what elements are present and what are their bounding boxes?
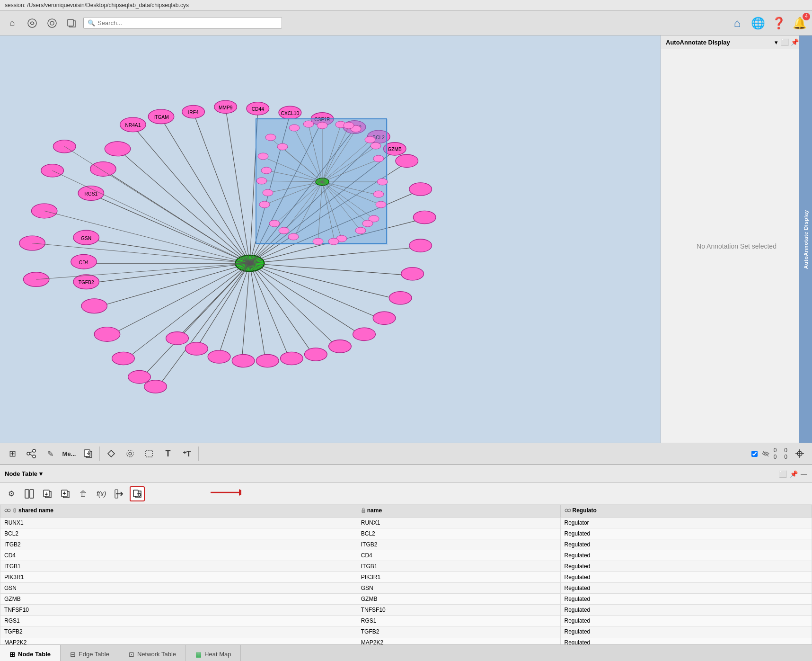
svg-point-2 <box>50 21 54 25</box>
grid-view-icon[interactable]: ⊞ <box>4 445 21 462</box>
node-table-title[interactable]: Node Table ▾ <box>5 470 43 477</box>
tab-node-table[interactable]: ⊞ Node Table <box>0 645 61 661</box>
svg-text:GZMB: GZMB <box>388 147 402 152</box>
table-row[interactable]: ITGB1 ITGB1 Regulated <box>0 561 812 572</box>
export-highlighted-icon[interactable] <box>130 486 145 501</box>
table-row[interactable]: GZMB GZMB Regulated <box>0 594 812 605</box>
settings-icon[interactable]: ⚙ <box>4 486 19 501</box>
svg-point-138 <box>256 178 267 184</box>
network-panel[interactable]: NR4A1 ITGAM IRF4 MMP9 CD44 CXCL10 CSF1R … <box>0 36 661 443</box>
svg-point-155 <box>279 227 289 234</box>
cell-name: MAP2K2 <box>357 637 560 645</box>
svg-point-89 <box>94 327 120 342</box>
node-table-dropdown-icon[interactable]: ▾ <box>39 470 43 477</box>
edit-icon[interactable]: ✎ <box>42 445 59 462</box>
export-table-icon[interactable] <box>58 486 73 501</box>
columns-icon[interactable] <box>22 486 37 501</box>
cell-regulator: Regulated <box>560 626 812 637</box>
diamond-select-icon[interactable] <box>103 445 120 462</box>
svg-marker-183 <box>239 489 241 496</box>
svg-point-154 <box>263 189 273 196</box>
edge-table-tab-icon: ⊟ <box>70 651 76 658</box>
import-arrow-icon[interactable] <box>112 486 127 501</box>
node-table-wrapper[interactable]: shared name name Regulato <box>0 505 812 644</box>
home-icon[interactable]: ⌂ <box>4 15 21 32</box>
svg-rect-177 <box>30 490 34 498</box>
svg-point-78 <box>166 332 189 345</box>
tab-network-table[interactable]: ⊡ Network Table <box>119 645 186 661</box>
svg-point-87 <box>81 299 107 313</box>
cell-name: RGS1 <box>357 616 560 626</box>
svg-rect-170 <box>146 450 152 457</box>
svg-point-135 <box>289 125 300 131</box>
nt-pin-icon[interactable]: 📌 <box>790 470 798 478</box>
cell-regulator: Regulated <box>560 550 812 561</box>
node-table-header-icons: ⬜ 📌 — <box>779 470 807 478</box>
autoannotate-dropdown-icon[interactable]: ▾ <box>775 39 778 46</box>
svg-point-75 <box>232 354 255 367</box>
import-icon[interactable] <box>40 486 55 501</box>
title-bar: session: /Users/veroniquevoisin/Desktop/… <box>0 0 812 11</box>
table-row[interactable]: TNFSF10 TNFSF10 Regulated <box>0 605 812 616</box>
table-row[interactable]: RGS1 RGS1 Regulated <box>0 616 812 626</box>
crosshair-icon[interactable] <box>791 445 808 462</box>
show-details-icon[interactable] <box>44 15 61 32</box>
cell-name: GSN <box>357 583 560 594</box>
radial-select-icon[interactable] <box>122 445 139 462</box>
tab-heat-map[interactable]: ▦ Heat Map <box>186 645 241 661</box>
svg-point-169 <box>129 452 132 455</box>
tab-edge-table[interactable]: ⊟ Edge Table <box>61 645 119 661</box>
delete-icon[interactable]: 🗑 <box>76 486 91 501</box>
export-icon[interactable] <box>79 445 97 462</box>
search-box[interactable]: 🔍 <box>83 17 282 29</box>
nt-minimize-icon[interactable]: — <box>801 470 807 478</box>
view-toolbar: ⊞ ✎ Me... T ⁺T 0 0 0 0 <box>0 443 812 464</box>
svg-point-64 <box>409 183 432 196</box>
apps-home-icon[interactable]: ⌂ <box>729 15 746 32</box>
table-row[interactable]: TGFB2 TGFB2 Regulated <box>0 626 812 637</box>
svg-point-148 <box>373 155 384 162</box>
menu-icon[interactable]: Me... <box>61 445 78 462</box>
text-add-icon[interactable]: ⁺T <box>178 445 195 462</box>
table-header-row: shared name name Regulato <box>0 505 812 518</box>
table-row[interactable]: PIK3R1 PIK3R1 Regulated <box>0 572 812 583</box>
svg-point-67 <box>401 268 424 280</box>
globe-icon[interactable]: 🌐 <box>750 15 767 32</box>
text-icon[interactable]: T <box>159 445 177 462</box>
num-top-right: 0 <box>784 447 787 454</box>
nt-maximize-icon[interactable]: ⬜ <box>779 470 787 478</box>
notification-icon[interactable]: 🔔 4 <box>791 15 808 32</box>
no-annotation-text: No Annotation Set selected <box>697 242 777 250</box>
svg-point-161 <box>303 121 314 127</box>
svg-point-93 <box>144 380 167 393</box>
share-network-icon[interactable] <box>23 445 40 462</box>
function-icon[interactable]: f(x) <box>94 486 109 501</box>
table-row[interactable]: MAP2K2 MAP2K2 Regulated <box>0 637 812 645</box>
cell-name: CD4 <box>357 550 560 561</box>
autoannotate-panel: AutoAnnotate Display ▾ ⬜ 📌 — No Annotati… <box>661 36 812 443</box>
svg-point-159 <box>371 143 381 149</box>
node-table-section: Node Table ▾ ⬜ 📌 — ⚙ 🗑 f(x) <box>0 464 812 644</box>
cell-shared-name: GZMB <box>0 594 357 605</box>
status-checkbox[interactable] <box>751 451 758 457</box>
svg-text:CXCL10: CXCL10 <box>281 111 300 116</box>
svg-point-66 <box>409 239 432 252</box>
help-icon[interactable]: ❓ <box>770 15 787 32</box>
heat-map-tab-icon: ▦ <box>195 651 202 658</box>
share-icon[interactable] <box>63 15 80 32</box>
svg-point-1 <box>48 19 56 27</box>
maximize-icon[interactable]: ⬜ <box>781 38 789 46</box>
table-row[interactable]: GSN GSN Regulated <box>0 583 812 594</box>
pin-icon[interactable]: 📌 <box>791 38 799 46</box>
autoannotate-content: No Annotation Set selected <box>661 49 812 443</box>
table-row[interactable]: ITGB2 ITGB2 Regulated <box>0 539 812 550</box>
svg-point-69 <box>373 312 396 324</box>
cell-regulator: Regulated <box>560 528 812 539</box>
svg-point-160 <box>344 122 354 129</box>
rect-select-icon[interactable] <box>141 445 158 462</box>
table-row[interactable]: RUNX1 RUNX1 Regulator <box>0 518 812 528</box>
hide-panels-icon[interactable] <box>24 15 41 32</box>
table-row[interactable]: BCL2 BCL2 Regulated <box>0 528 812 539</box>
table-row[interactable]: CD4 CD4 Regulated <box>0 550 812 561</box>
search-input[interactable] <box>97 19 278 27</box>
